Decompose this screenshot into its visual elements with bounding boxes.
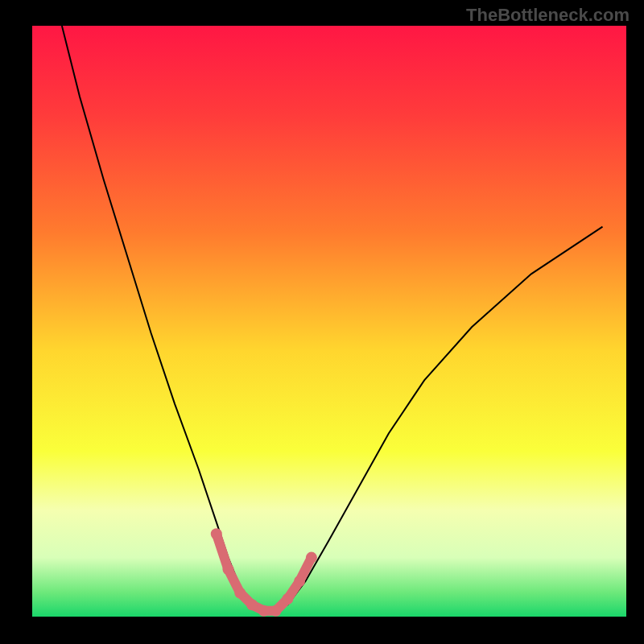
svg-point-0 (211, 528, 222, 539)
svg-point-4 (258, 605, 270, 617)
svg-point-2 (234, 588, 246, 599)
svg-point-8 (306, 552, 317, 564)
chart-container: TheBottleneck.com (0, 0, 644, 644)
watermark-text: TheBottleneck.com (466, 5, 630, 26)
plot-background (32, 26, 626, 617)
svg-point-7 (294, 576, 305, 587)
svg-point-3 (246, 599, 258, 610)
svg-point-6 (282, 593, 293, 605)
svg-point-1 (223, 564, 234, 575)
svg-point-5 (270, 605, 282, 617)
chart-svg (0, 0, 644, 644)
